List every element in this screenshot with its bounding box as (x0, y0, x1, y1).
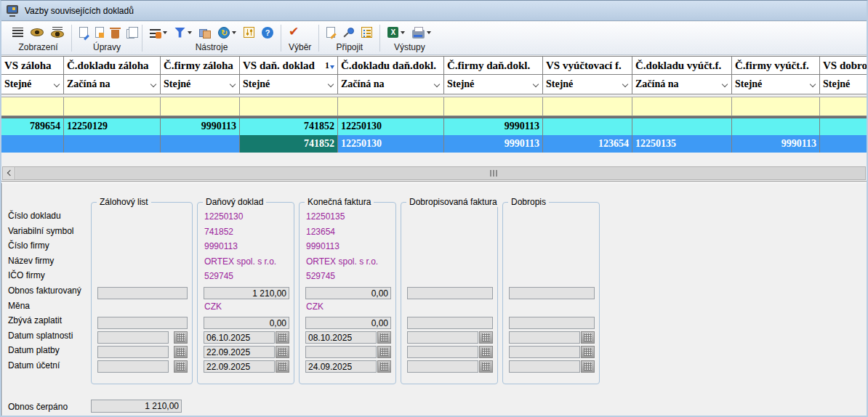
datum-splatnosti-field[interactable] (407, 331, 478, 344)
calendar-button[interactable] (276, 360, 289, 373)
filter-select-cfirmy-zaloha[interactable]: Stejné (161, 75, 240, 94)
filter-select-vs-dobropis[interactable]: Stejné (820, 75, 867, 94)
pin-button[interactable] (342, 27, 354, 39)
copy-record-button[interactable] (126, 27, 134, 39)
datum-ucetni-field[interactable] (407, 360, 478, 373)
quick-filter-cell[interactable] (732, 97, 820, 116)
column-header-cfirmy-vyuct[interactable]: Č.firmy vyúčt.f. (732, 57, 820, 74)
confirm-selection-button[interactable] (289, 26, 302, 39)
column-header-vs-dan-doklad[interactable]: VS daň. doklad 1 (240, 57, 338, 74)
calendar-button[interactable] (479, 331, 493, 344)
cell-vs-vyuctovaci[interactable] (543, 118, 632, 135)
zbyva-zaplatit-field[interactable] (97, 317, 188, 329)
cell-cfirmy-zaloha[interactable] (161, 135, 240, 153)
column-header-vs-zaloha[interactable]: VS záloha (1, 57, 64, 74)
cell-cfirmy-zaloha[interactable]: 9990113 (161, 118, 240, 135)
filter-button[interactable] (174, 28, 192, 38)
datum-splatnosti-field[interactable] (509, 331, 580, 344)
datum-splatnosti-field[interactable] (97, 331, 169, 344)
filter-select-vs-vyuctovaci[interactable]: Stejné (543, 75, 632, 94)
grouping-button[interactable] (199, 27, 211, 39)
cell-cfirmy-vyuct[interactable] (732, 118, 820, 135)
scroll-left-button[interactable] (3, 167, 15, 179)
quick-filter-cell[interactable] (1, 97, 64, 116)
cell-vs-zaloha[interactable] (1, 135, 64, 153)
attach-note-button[interactable] (326, 27, 335, 38)
delete-record-button[interactable] (111, 27, 119, 39)
datum-ucetni-field[interactable] (204, 360, 275, 373)
excel-export-button[interactable] (387, 27, 405, 38)
calendar-button[interactable] (581, 360, 595, 373)
obnos-fakturovany-field[interactable] (305, 287, 391, 299)
quick-filter-cell[interactable] (632, 97, 732, 116)
datum-platby-field[interactable] (509, 346, 580, 358)
column-header-cfirmy-dandokl[interactable]: Č.firmy daň.dokl. (444, 57, 543, 74)
calendar-button[interactable] (276, 331, 289, 344)
cell-vs-dan-doklad[interactable]: 741852 (240, 118, 338, 135)
cell-vs-dobropis[interactable] (820, 118, 867, 135)
grid-row-selected[interactable]: 741852 12250130 9990113 123654 12250135 … (1, 135, 867, 153)
obnos-fakturovany-field[interactable] (509, 287, 595, 299)
datum-platby-field[interactable] (305, 346, 377, 358)
calendar-button[interactable] (174, 360, 188, 373)
calendar-button[interactable] (479, 360, 493, 373)
datum-platby-field[interactable] (407, 346, 478, 358)
datum-platby-field[interactable] (97, 346, 169, 358)
cell-cdokladu-zaloha[interactable] (64, 135, 161, 153)
cell-cdokladu-dandokl[interactable]: 12250130 (338, 135, 444, 153)
obnos-fakturovany-field[interactable] (97, 287, 188, 299)
calendar-button[interactable] (174, 331, 188, 344)
cell-cdokladu-dandokl[interactable]: 12250130 (338, 118, 444, 135)
calendar-button[interactable] (276, 346, 289, 358)
datum-platby-field[interactable] (204, 346, 275, 358)
filter-select-cfirmy-dandokl[interactable]: Stejné (444, 75, 543, 94)
zbyva-zaplatit-field[interactable] (204, 317, 289, 329)
column-header-cfirmy-zaloha[interactable]: Č.firmy záloha (161, 57, 240, 74)
zbyva-zaplatit-field[interactable] (407, 317, 493, 329)
calendar-button[interactable] (377, 331, 391, 344)
column-header-cdokladu-zaloha[interactable]: Č.dokladu záloha (64, 57, 161, 74)
filter-select-cdokladu-dandokl[interactable]: Začíná na (338, 75, 444, 94)
obnos-fakturovany-field[interactable] (407, 287, 493, 299)
cell-cfirmy-vyuct[interactable]: 9990113 (732, 135, 820, 153)
cell-vs-dan-doklad-focused[interactable]: 741852 (240, 135, 338, 153)
filter-select-cdokladu-zaloha[interactable]: Začíná na (64, 75, 161, 94)
cell-vs-vyuctovaci[interactable]: 123654 (543, 135, 632, 153)
datum-ucetni-field[interactable] (509, 360, 580, 373)
show-record-button[interactable] (31, 28, 44, 36)
filter-select-vs-dan-doklad[interactable]: Stejné (240, 75, 338, 94)
quick-filter-cell[interactable] (338, 97, 444, 116)
filter-select-cfirmy-vyuct[interactable]: Stejné (732, 75, 820, 94)
cell-cdokladu-vyuct[interactable] (632, 118, 732, 135)
quick-filter-cell[interactable] (444, 97, 543, 116)
calendar-button[interactable] (479, 346, 493, 358)
calendar-button[interactable] (377, 346, 391, 358)
cell-cdokladu-vyuct[interactable]: 12250135 (632, 135, 732, 153)
quick-filter-cell[interactable] (240, 97, 338, 116)
cell-cdokladu-zaloha[interactable]: 12250129 (64, 118, 161, 135)
cell-cfirmy-dandokl[interactable]: 9990113 (444, 135, 543, 153)
datum-splatnosti-field[interactable] (305, 331, 377, 344)
quick-filter-cell[interactable] (161, 97, 240, 116)
sort-button[interactable] (150, 27, 167, 38)
calendar-button[interactable] (581, 331, 595, 344)
datum-splatnosti-field[interactable] (204, 331, 275, 344)
parameters-button[interactable] (244, 27, 254, 38)
column-header-vs-vyuctovaci[interactable]: VS vyúčtovací f. (543, 57, 632, 74)
zbyva-zaplatit-field[interactable] (305, 317, 391, 329)
new-record-button[interactable] (79, 27, 88, 38)
quick-filter-cell[interactable] (820, 97, 867, 116)
filter-select-vs-zaloha[interactable]: Stejné (1, 75, 64, 94)
cell-cfirmy-dandokl[interactable]: 9990113 (444, 118, 543, 135)
help-button[interactable] (262, 27, 273, 39)
obnos-cerpano-field[interactable] (91, 400, 182, 413)
filter-select-cdokladu-vyuct[interactable]: Začíná na (632, 75, 732, 94)
grid-row[interactable]: 789654 12250129 9990113 741852 12250130 … (1, 118, 867, 135)
show-columns-button[interactable] (51, 27, 64, 38)
edit-record-button[interactable] (95, 27, 104, 38)
cell-vs-dobropis[interactable] (820, 135, 867, 153)
calendar-button[interactable] (581, 346, 595, 358)
attach-list-button[interactable] (361, 27, 372, 38)
list-view-button[interactable] (12, 28, 23, 37)
column-header-vs-dobropis[interactable]: VS dobropis (820, 57, 867, 74)
